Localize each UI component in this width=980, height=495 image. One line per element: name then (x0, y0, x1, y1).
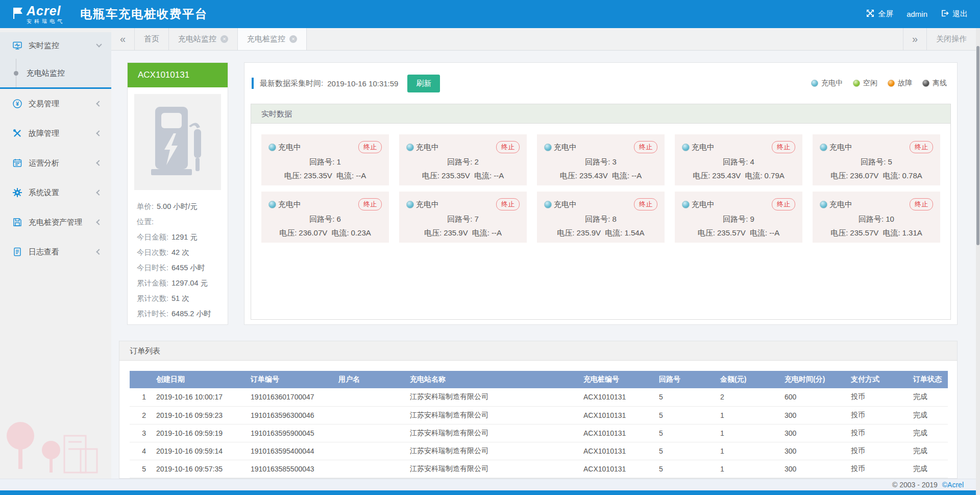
sidebar-item-station-monitor[interactable]: 充电站监控 (0, 59, 111, 87)
circuit-card-5: 充电中终止 回路号:5 电压:236.07V 电流:0.78A (813, 134, 940, 185)
tab-home[interactable]: 首页 (135, 28, 169, 50)
circuit-number: 回路号:3 (544, 157, 657, 167)
cell-station-name: 江苏安科瑞制造有限公司 (406, 406, 579, 424)
charging-status-icon (268, 144, 276, 151)
circuit-card-9: 充电中终止 回路号:9 电压:235.57V 电流:--A (675, 192, 802, 243)
collect-time-label: 最新数据采集时间: (260, 79, 323, 88)
legend-charging: 充电中 (811, 79, 843, 88)
station-icon-panel (134, 94, 221, 190)
username[interactable]: admin (906, 10, 927, 18)
table-header-row: 创建日期 订单编号 用户名 充电站名称 充电桩编号 回路号 金额(元) 充电时间… (130, 371, 948, 388)
tab-bar: « 首页 充电站监控 × 充电桩监控 × » 关闭操作 (111, 28, 976, 51)
circuit-number: 回路号:6 (268, 215, 382, 224)
acrel-flag-icon (12, 7, 23, 22)
cell-order-status: 完成 (909, 406, 948, 424)
cell-rownum: 1 (130, 388, 152, 406)
brand-link[interactable]: ©Acrel (942, 481, 964, 489)
cell-order-status: 完成 (909, 460, 948, 478)
stop-button[interactable]: 终止 (772, 198, 795, 210)
idle-status-icon (853, 80, 860, 87)
cell-created: 2019-10-16 10:00:17 (152, 388, 247, 406)
col-pay-method: 支付方式 (847, 371, 909, 388)
circuit-number: 回路号:1 (268, 157, 382, 167)
circuit-status: 充电中 (278, 143, 301, 152)
cell-order-status: 完成 (909, 442, 948, 460)
cell-pay-method: 投币 (847, 406, 909, 424)
charging-status-icon (544, 144, 552, 151)
tab-pile-monitor[interactable]: 充电桩监控 × (238, 28, 307, 50)
realtime-data-section: 实时数据 充电中终止 回路号:1 电压:235.35V 电流:--A 充电中终止… (251, 104, 951, 320)
svg-text:¥: ¥ (16, 101, 19, 107)
circuit-number: 回路号:2 (406, 157, 520, 167)
sidebar-item-logs[interactable]: 日志查看 (0, 237, 111, 267)
sidebar-subitem-label: 充电站监控 (27, 68, 65, 78)
col-order-no: 订单编号 (247, 371, 334, 388)
refresh-button[interactable]: 刷新 (407, 75, 440, 92)
cell-pile-no: ACX1010131 (579, 388, 655, 406)
circuit-readings: 电压:235.57V 电流:--A (682, 228, 795, 238)
circuit-readings: 电压:235.43V 电流:0.79A (682, 171, 795, 181)
circuit-readings: 电压:236.07V 电流:0.23A (268, 228, 382, 238)
stop-button[interactable]: 终止 (496, 141, 520, 153)
cell-created: 2019-10-16 09:59:23 (152, 406, 247, 424)
close-tab-icon[interactable]: × (289, 35, 297, 43)
table-row: 1 2019-10-16 10:00:17 1910163601700047 江… (130, 388, 948, 406)
monitor-panel: 最新数据采集时间: 2019-10-16 10:31:59 刷新 充电中 空闲 … (244, 62, 958, 325)
circuit-readings: 电压:235.9V 电流:--A (406, 228, 520, 238)
stat-today-amount: 今日金额:1291 元 (137, 229, 218, 245)
circuit-status: 充电中 (692, 143, 715, 152)
fullscreen-button[interactable]: 全屏 (866, 9, 893, 19)
sidebar-item-realtime-monitor[interactable]: 实时监控 (0, 32, 111, 59)
stat-today-count: 今日次数:42 次 (137, 245, 218, 260)
chevron-left-icon (96, 249, 102, 254)
sidebar: 实时监控 充电站监控 ¥ 交易管理 故障管理 运营分析 系 (0, 28, 111, 479)
stop-button[interactable]: 终止 (358, 198, 382, 210)
section-title: 实时数据 (251, 104, 950, 124)
close-operations-button[interactable]: 关闭操作 (926, 28, 976, 50)
asset-icon (12, 217, 22, 227)
charging-status-icon (544, 201, 552, 208)
sidebar-item-settings[interactable]: 系统设置 (0, 178, 111, 207)
stop-button[interactable]: 终止 (910, 198, 933, 210)
cell-order-no: 1910163596300046 (247, 406, 334, 424)
stop-button[interactable]: 终止 (634, 198, 657, 210)
copyright-text: © 2003 - 2019 (892, 481, 938, 489)
vertical-scrollbar[interactable] (976, 28, 980, 495)
circuit-status: 充电中 (692, 200, 715, 209)
sidebar-item-transactions[interactable]: ¥ 交易管理 (0, 89, 111, 119)
close-tab-icon[interactable]: × (220, 35, 228, 43)
stop-button[interactable]: 终止 (910, 141, 933, 153)
circuit-readings: 电压:235.35V 电流:--A (406, 171, 520, 181)
sidebar-item-faults[interactable]: 故障管理 (0, 119, 111, 148)
log-icon (12, 247, 22, 257)
sidebar-group-realtime: 实时监控 充电站监控 (0, 32, 111, 87)
circuit-status: 充电中 (554, 143, 577, 152)
brand-logo: Acrel 安科瑞电气 (12, 5, 65, 24)
stop-button[interactable]: 终止 (634, 141, 657, 153)
cell-order-no: 1910163585500043 (247, 460, 334, 478)
tabs-scroll-right-button[interactable]: » (903, 28, 926, 50)
sidebar-item-pile-assets[interactable]: 充电桩资产管理 (0, 207, 111, 237)
scrollbar-thumb[interactable] (976, 46, 979, 245)
table-row: 4 2019-10-16 09:59:14 1910163595400044 江… (130, 442, 948, 460)
orders-panel: 订单列表 创建日期 订单编号 用户名 充电站名称 充电桩编号 回路号 金额(元)… (119, 341, 958, 479)
table-row: 5 2019-10-16 09:57:35 1910163585500043 江… (130, 460, 948, 478)
monitor-icon (12, 40, 22, 51)
cell-amount: 1 (716, 424, 780, 442)
stop-button[interactable]: 终止 (772, 141, 795, 153)
submenu-dot-icon (14, 71, 18, 76)
footer: © 2003 - 2019 ©Acrel (0, 479, 976, 490)
tabs-scroll-left-button[interactable]: « (111, 28, 135, 50)
logout-button[interactable]: 退出 (941, 9, 968, 19)
stop-button[interactable]: 终止 (358, 141, 382, 153)
station-stats: 单价:5.00 小时/元 位置: 今日金额:1291 元 今日次数:42 次 今… (128, 197, 228, 323)
cell-pay-method: 投币 (847, 460, 909, 478)
stop-button[interactable]: 终止 (496, 198, 520, 210)
cell-username (334, 424, 406, 442)
circuit-card-7: 充电中终止 回路号:7 电压:235.9V 电流:--A (399, 192, 527, 243)
tab-station-monitor[interactable]: 充电站监控 × (169, 28, 238, 50)
sidebar-item-analytics[interactable]: 运营分析 (0, 148, 111, 178)
col-pile-no: 充电桩编号 (579, 371, 655, 388)
circuit-number: 回路号:10 (820, 215, 933, 224)
col-circuit-no: 回路号 (655, 371, 716, 388)
